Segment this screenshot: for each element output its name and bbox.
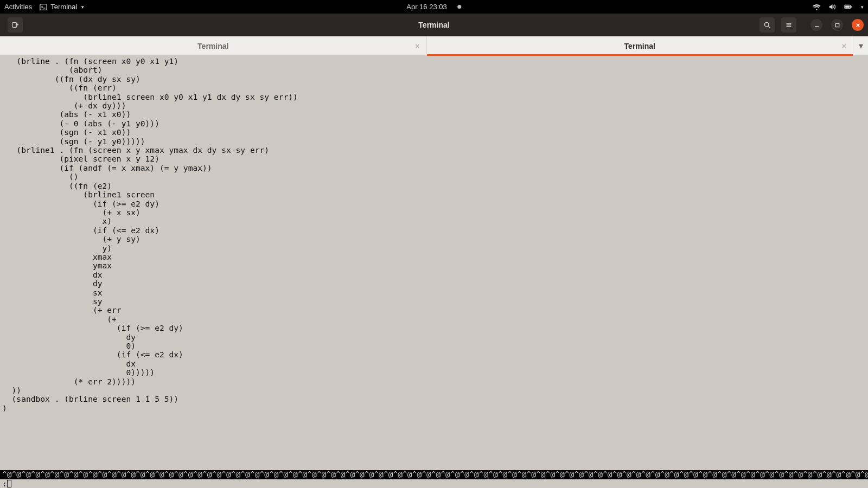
tab-label: Terminal — [624, 42, 655, 50]
svg-rect-2 — [851, 6, 851, 8]
tab-overflow-button[interactable]: ▾ — [853, 36, 868, 55]
window-titlebar: Terminal — [0, 14, 868, 36]
hamburger-menu-button[interactable] — [781, 17, 796, 33]
window-minimize-button[interactable] — [810, 19, 822, 31]
svg-point-5 — [764, 22, 769, 27]
svg-rect-0 — [40, 4, 47, 10]
clock[interactable]: Apr 16 23:03 — [406, 3, 461, 11]
activities-button[interactable]: Activities — [4, 3, 32, 11]
window-maximize-button[interactable] — [831, 19, 843, 31]
minimize-icon — [814, 23, 819, 28]
clock-label: Apr 16 23:03 — [406, 3, 446, 11]
wifi-icon — [813, 3, 821, 11]
chevron-down-icon: ▾ — [81, 4, 84, 10]
terminal-prompt-line[interactable]: : — [0, 479, 868, 488]
volume-icon — [828, 3, 837, 11]
gnome-top-panel: Activities Terminal ▾ Apr 16 23:03 ▾ — [0, 0, 868, 14]
terminal-icon — [40, 3, 47, 11]
svg-rect-3 — [845, 6, 850, 8]
cursor-icon — [7, 480, 11, 487]
app-menu[interactable]: Terminal ▾ — [40, 3, 84, 11]
maximize-icon — [835, 23, 840, 28]
search-button[interactable] — [760, 17, 775, 33]
close-icon — [856, 23, 860, 28]
battery-icon — [844, 3, 852, 11]
prompt-char: : — [2, 479, 7, 488]
tab-label: Terminal — [197, 42, 228, 50]
svg-rect-6 — [835, 23, 839, 27]
tab-close-button[interactable]: × — [842, 42, 846, 50]
app-menu-label: Terminal — [50, 3, 77, 11]
hamburger-icon — [785, 21, 793, 29]
tab-close-button[interactable]: × — [415, 42, 419, 50]
new-tab-button[interactable] — [8, 17, 23, 33]
chevron-down-icon: ▾ — [861, 4, 864, 10]
system-status-area[interactable]: ▾ — [813, 3, 864, 11]
terminal-binary-overflow: ^@^@^@^@^@^@^@^@^@^@^@^@^@^@^@^@^@^@^@^@… — [0, 470, 868, 479]
tab-terminal-2[interactable]: Terminal × — [426, 36, 853, 55]
tab-terminal-1[interactable]: Terminal × — [0, 36, 426, 55]
notification-dot-icon — [458, 5, 462, 9]
terminal-viewport[interactable]: (brline . (fn (screen x0 y0 x1 y1) (abor… — [0, 56, 868, 488]
search-icon — [763, 21, 771, 29]
terminal-code-output: (brline . (fn (screen x0 y0 x1 y1) (abor… — [0, 56, 868, 470]
new-tab-icon — [11, 21, 19, 29]
terminal-tabbar: Terminal × Terminal × ▾ — [0, 36, 868, 56]
chevron-down-icon: ▾ — [859, 41, 863, 51]
window-title: Terminal — [418, 21, 449, 29]
window-close-button[interactable] — [852, 19, 864, 31]
